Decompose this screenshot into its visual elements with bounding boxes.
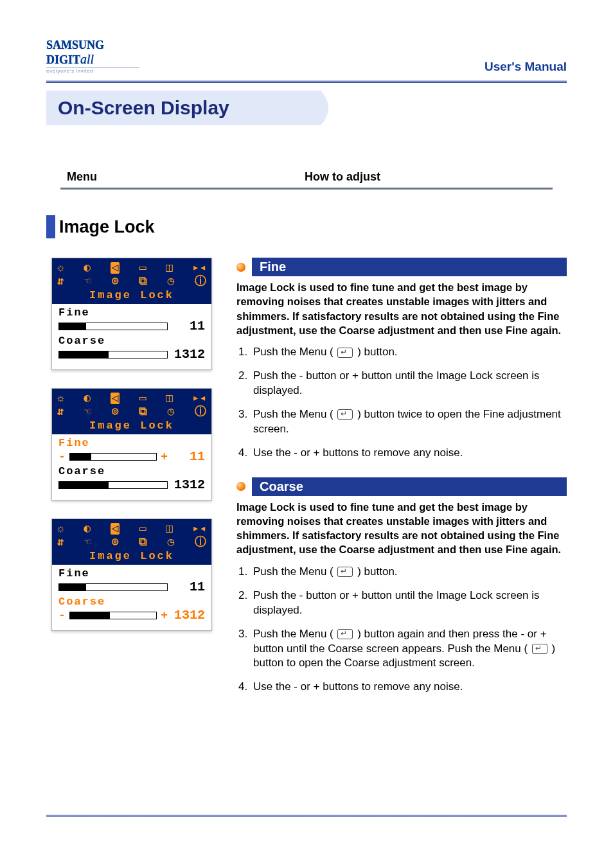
osd-slider: [69, 612, 157, 619]
osd-icon: ⊚: [112, 536, 119, 548]
coarse-description: Image Lock is used to fine tune and get …: [236, 500, 567, 557]
osd-icon: ▸◂: [192, 523, 206, 535]
minus-sign: -: [58, 450, 66, 463]
osd-icon: ⧉: [139, 536, 147, 548]
osd-row-label: Fine: [58, 437, 205, 449]
fine-steps: Push the Menu ( ) button.Push the - butt…: [236, 345, 567, 461]
osd-icon: ◐: [84, 262, 91, 274]
section-title-row: Image Lock: [46, 215, 567, 238]
instruction-step: Push the - button or + button until the …: [251, 369, 567, 398]
osd-icon: ⇵: [57, 276, 64, 287]
menu-button-icon: [337, 409, 353, 420]
osd-icon: ▸◂: [192, 393, 206, 404]
osd-row-label: Coarse: [58, 335, 205, 347]
menu-button-icon: [532, 644, 547, 654]
bullet-icon: [236, 263, 245, 272]
instructions-column: Fine Image Lock is used to fine tune and…: [236, 258, 567, 711]
osd-icon: ⓘ: [195, 536, 206, 548]
osd-icon: ☼: [57, 393, 64, 404]
osd-slider: [58, 351, 168, 359]
osd-icon: ☜: [84, 536, 91, 548]
column-headings: Menu How to adjust: [60, 170, 553, 190]
osd-icon: ▸◂: [192, 262, 206, 274]
section-title: Image Lock: [59, 217, 155, 237]
osd-icon: ⇵: [57, 536, 64, 548]
heading-menu: Menu: [60, 170, 305, 184]
heading-adjust: How to adjust: [305, 170, 380, 184]
osd-icon: ◐: [84, 393, 91, 404]
osd-icon: ◁: [111, 393, 120, 404]
osd-icon: ◷: [168, 536, 175, 548]
osd-icon: ▭: [139, 393, 147, 404]
osd-icon: ◫: [166, 262, 173, 274]
instruction-step: Push the - button or + button until the …: [251, 589, 567, 618]
osd-icon: ☜: [84, 406, 91, 418]
osd-row-label: Coarse: [58, 465, 205, 477]
osd-category: Image Lock: [57, 550, 206, 562]
osd-category: Image Lock: [57, 289, 206, 301]
coarse-header-row: Coarse: [236, 477, 567, 496]
osd-icon: ⓘ: [195, 276, 206, 287]
menu-button-icon: [337, 629, 353, 639]
osd-row-label: Fine: [58, 567, 205, 580]
osd-icon: ☜: [84, 276, 91, 287]
plus-sign: +: [161, 450, 168, 463]
osd-value: 1312: [172, 608, 205, 623]
instruction-step: Push the Menu ( ) button twice to open t…: [251, 407, 567, 437]
osd-preview-column: ☼◐◁▭◫▸◂⇵☜⊚⧉◷ⓘImage LockFine11Coarse1312☼…: [51, 258, 217, 711]
osd-category: Image Lock: [57, 420, 206, 432]
osd-icon: ◫: [166, 393, 173, 404]
coarse-steps: Push the Menu ( ) button.Push the - butt…: [236, 565, 567, 695]
osd-slider: [58, 481, 168, 489]
osd-value: 1312: [172, 477, 205, 492]
osd-row-label: Coarse: [58, 596, 205, 608]
osd-icon: ▭: [139, 262, 147, 274]
osd-icon: ⊚: [112, 276, 119, 287]
fine-header-row: Fine: [236, 258, 567, 276]
instruction-step: Push the Menu ( ) button.: [251, 345, 567, 360]
instruction-step: Use the - or + buttons to remove any noi…: [251, 680, 567, 695]
osd-icon: ◷: [168, 276, 175, 287]
osd-value: 11: [172, 449, 205, 464]
osd-icon: ⓘ: [195, 406, 206, 418]
fine-heading: Fine: [252, 258, 567, 276]
instruction-step: Push the Menu ( ) button again and then …: [251, 627, 567, 671]
osd-icon: ◁: [111, 523, 120, 535]
osd-icon: ☼: [57, 262, 64, 274]
osd-icon: ⇵: [57, 406, 64, 418]
instruction-step: Use the - or + buttons to remove any noi…: [251, 446, 567, 461]
osd-icon: ◷: [168, 406, 175, 418]
menu-button-icon: [337, 348, 353, 358]
osd-icon: ◁: [111, 262, 120, 274]
osd-panel: ☼◐◁▭◫▸◂⇵☜⊚⧉◷ⓘImage LockFine11Coarse-+131…: [51, 518, 212, 631]
osd-icon: ◐: [84, 523, 91, 535]
logo: SAMSUNG DIGITall everyone's invited: [46, 39, 139, 74]
osd-row-label: Fine: [58, 306, 205, 319]
bullet-icon: [236, 482, 245, 491]
fine-description: Image Lock is used to fine tune and get …: [236, 280, 567, 337]
osd-icon: ⊚: [112, 406, 119, 418]
osd-icon: ⧉: [139, 406, 147, 418]
logo-tagline: everyone's invited: [46, 67, 139, 74]
header-divider: [46, 80, 567, 83]
osd-slider: [58, 323, 168, 330]
osd-icon: ▭: [139, 523, 147, 535]
coarse-heading: Coarse: [252, 477, 567, 496]
osd-icon: ⧉: [139, 276, 147, 287]
minus-sign: -: [58, 609, 66, 622]
page-title: On-Screen Display: [46, 91, 258, 125]
osd-icon: ◫: [166, 523, 173, 535]
osd-panel: ☼◐◁▭◫▸◂⇵☜⊚⧉◷ⓘImage LockFine11Coarse1312: [51, 258, 212, 370]
osd-value: 11: [172, 319, 205, 333]
osd-slider: [69, 453, 157, 461]
osd-value: 11: [172, 580, 205, 594]
logo-text-a: SAMSUNG DIGIT: [46, 39, 104, 66]
footer-divider: [46, 815, 567, 817]
instruction-step: Push the Menu ( ) button.: [251, 565, 567, 580]
page-header: SAMSUNG DIGITall everyone's invited User…: [46, 39, 567, 74]
osd-icon: ☼: [57, 523, 64, 535]
manual-label: User's Manual: [484, 60, 567, 74]
osd-slider: [58, 583, 168, 591]
plus-sign: +: [161, 609, 168, 622]
section-title-bar: [46, 215, 55, 238]
